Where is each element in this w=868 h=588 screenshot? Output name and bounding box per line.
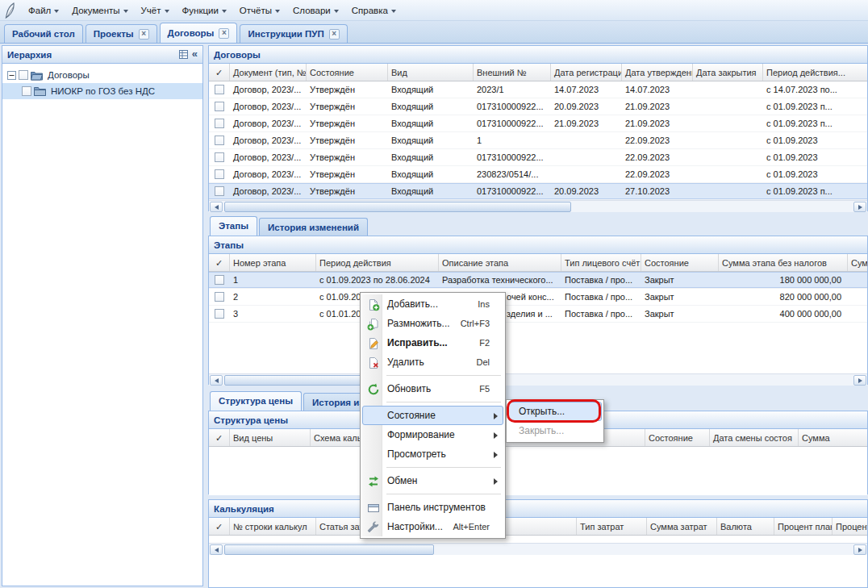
menu-item-refresh[interactable]: ОбновитьF5	[362, 379, 503, 398]
column-header[interactable]: Тип затрат	[577, 518, 647, 535]
column-header[interactable]: Сумма затрат	[647, 518, 717, 535]
tab-projects[interactable]: Проекты×	[86, 24, 157, 43]
column-header[interactable]: Сумма	[848, 254, 867, 271]
menu-item-delete[interactable]: УдалитьDel	[362, 352, 503, 372]
tree-checkbox[interactable]	[22, 86, 31, 96]
table-row[interactable]: Договор, 2023/...УтверждёнВходящий017310…	[209, 183, 867, 200]
filter-grid-icon[interactable]	[179, 50, 188, 59]
tab-change-history[interactable]: История изменений	[259, 218, 368, 236]
tab-close-icon[interactable]: ×	[139, 29, 149, 40]
table-row[interactable]: 2с 01.09.202очей конс...Поставка / про..…	[209, 289, 867, 306]
table-row[interactable]: Договор, 2023/...УтверждёнВходящий017310…	[209, 149, 867, 166]
column-header[interactable]: Описание этапа	[439, 254, 561, 271]
column-header[interactable]: Период действия	[316, 254, 439, 271]
tab-pup-instructions[interactable]: Инструкции ПУП×	[240, 24, 347, 43]
scroll-right-button[interactable]	[853, 544, 866, 555]
menu-item-settings[interactable]: Настройки...Alt+Enter	[362, 517, 503, 536]
column-header[interactable]: Дата утверждения	[622, 64, 693, 81]
menu-item-open[interactable]: Открыть...	[508, 402, 602, 421]
column-header[interactable]: ✓	[209, 518, 230, 535]
row-checkbox[interactable]	[215, 152, 224, 162]
dropdown-caret-icon	[165, 10, 169, 13]
row-checkbox[interactable]	[215, 102, 224, 111]
column-header[interactable]: Сумма	[799, 429, 867, 446]
column-header[interactable]: ✓	[209, 254, 230, 271]
row-checkbox[interactable]	[215, 119, 224, 128]
table-row[interactable]: Договор, 2023/...УтверждёнВходящий017310…	[209, 98, 867, 115]
row-checkbox[interactable]	[215, 292, 224, 302]
row-checkbox[interactable]	[215, 186, 224, 196]
column-header[interactable]: ✓	[209, 429, 230, 446]
table-row[interactable]: Договор, 2023/...УтверждёнВходящий017310…	[209, 115, 867, 132]
collapse-toggle-icon[interactable]	[7, 71, 16, 80]
scroll-thumb[interactable]	[224, 202, 571, 212]
scroll-left-button[interactable]	[210, 544, 223, 555]
table-cell: Утверждён	[307, 98, 388, 115]
tree-node-contracts-root[interactable]: Договоры	[2, 67, 202, 83]
contracts-horizontal-scrollbar[interactable]	[209, 200, 867, 212]
column-header[interactable]: Документ (тип, №...	[230, 64, 307, 81]
tree-checkbox[interactable]	[19, 70, 28, 80]
table-row[interactable]: 3с 01.01.202зделия и ...Поставка / про..…	[209, 306, 867, 323]
scroll-right-button[interactable]	[853, 202, 866, 212]
row-checkbox[interactable]	[215, 309, 224, 319]
column-header[interactable]: Внешний №	[474, 64, 551, 81]
scroll-thumb[interactable]	[224, 544, 434, 555]
menubar-item-documents[interactable]: Документы	[65, 2, 134, 19]
table-row[interactable]: 1с 01.09.2023 по 28.06.2024Разработка те…	[209, 272, 867, 289]
table-row[interactable]: Договор, 2023/...УтверждёнВходящий2023/1…	[209, 81, 867, 98]
table-row[interactable]: Договор, 2023/...УтверждёнВходящий122.09…	[209, 132, 867, 149]
column-header[interactable]: Состояние	[641, 254, 719, 271]
tree-node-niokr-folder[interactable]: НИОКР по ГОЗ без НДС	[2, 83, 202, 99]
column-header[interactable]: Сумма этапа без налогов	[719, 254, 848, 271]
column-header[interactable]: Процент ф...	[833, 518, 867, 535]
menubar-item-dictionaries[interactable]: Словари	[286, 2, 345, 19]
column-header[interactable]: Состояние	[645, 429, 710, 446]
column-header[interactable]: ✓	[209, 64, 230, 81]
menu-item-view[interactable]: Просмотреть	[362, 444, 503, 464]
menubar-item-reports[interactable]: Отчёты	[233, 2, 286, 19]
column-header[interactable]: № строки калькул	[230, 518, 316, 535]
menu-item-edit[interactable]: Исправить...F2	[362, 333, 503, 352]
tab-stages[interactable]: Этапы	[210, 216, 257, 236]
collapse-panel-icon[interactable]: «	[192, 48, 198, 60]
menu-item-duplicate[interactable]: Размножить...Ctrl+F3	[362, 314, 503, 333]
tab-close-icon[interactable]: ×	[329, 29, 340, 40]
column-header[interactable]: Процент план	[774, 518, 833, 535]
menubar-item-accounting[interactable]: Учёт	[135, 2, 176, 19]
scroll-right-button[interactable]	[853, 375, 866, 386]
row-checkbox[interactable]	[215, 85, 224, 94]
tab-desktop[interactable]: Рабочий стол	[4, 24, 83, 43]
menu-item-toolbar-panel[interactable]: Панель инструментов	[362, 498, 503, 517]
menu-item-add[interactable]: Добавить...Ins	[362, 294, 503, 314]
menubar-item-help[interactable]: Справка	[345, 2, 403, 19]
column-header[interactable]: Вид	[388, 64, 474, 81]
tab-price-structure[interactable]: Структура цены	[210, 391, 302, 411]
column-header[interactable]: Вид цены	[230, 429, 311, 446]
column-header[interactable]: Тип лицевого счёт	[561, 254, 641, 271]
column-header[interactable]: Дата закрытия	[693, 64, 763, 81]
column-header[interactable]: Период действия...	[763, 64, 867, 81]
menu-item-formation[interactable]: Формирование	[362, 425, 503, 444]
menubar-item-file[interactable]: Файл	[22, 2, 65, 19]
row-checkbox[interactable]	[215, 136, 224, 145]
column-header[interactable]: Дата смены состоя	[710, 429, 799, 446]
tab-close-icon[interactable]: ×	[219, 28, 229, 39]
menubar-item-functions[interactable]: Функции	[176, 2, 233, 19]
row-checkbox[interactable]	[215, 169, 224, 179]
tab-label: Рабочий стол	[12, 29, 75, 39]
column-header[interactable]: Дата регистрации	[551, 64, 622, 81]
column-header[interactable]: Состояние	[307, 64, 388, 81]
scroll-left-button[interactable]	[210, 375, 223, 386]
column-header[interactable]: Номер этапа	[230, 254, 316, 271]
calculation-horizontal-scrollbar[interactable]	[209, 543, 867, 555]
scroll-left-button[interactable]	[210, 202, 223, 212]
row-checkbox[interactable]	[215, 275, 224, 285]
table-row[interactable]: Договор, 2023/...УтверждёнВходящий230823…	[209, 166, 867, 183]
menu-item-state[interactable]: Состояние	[362, 406, 503, 425]
tab-contracts[interactable]: Договоры×	[160, 23, 238, 43]
dropdown-caret-icon	[222, 10, 227, 13]
column-header[interactable]: Валюта	[717, 518, 774, 535]
menu-item-exchange[interactable]: Обмен	[362, 471, 503, 490]
stages-horizontal-scrollbar[interactable]	[209, 373, 867, 386]
